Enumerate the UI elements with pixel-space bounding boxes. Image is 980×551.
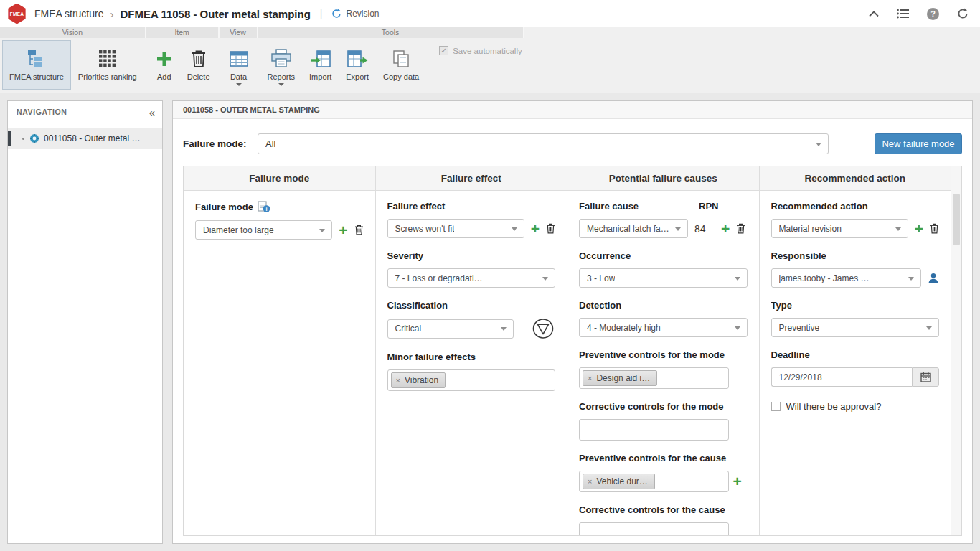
copy-data-button[interactable]: Copy data <box>376 40 426 90</box>
delete-recommended-action-icon[interactable] <box>930 223 939 234</box>
data-dropdown-caret-icon <box>236 83 242 86</box>
export-label: Export <box>346 72 369 81</box>
approval-checkbox[interactable] <box>771 402 781 411</box>
ribbon-group-view: View Data <box>220 27 258 93</box>
copy-data-label: Copy data <box>383 72 419 81</box>
tag-vehicle-durability-label: Vehicle dur… <box>596 476 647 486</box>
export-button[interactable]: Export <box>339 40 376 90</box>
add-failure-mode-icon[interactable]: + <box>339 224 347 237</box>
breadcrumb-divider: | <box>320 8 323 19</box>
fmea-structure-button[interactable]: FMEA structure <box>2 40 71 90</box>
ribbon-group-vision-buttons: FMEA structure Priorities ranking <box>0 38 146 93</box>
column-header-recommended-action: Recommended action <box>760 166 951 190</box>
top-bar-actions: ? <box>869 8 969 20</box>
note-info-icon[interactable]: i <box>258 201 270 213</box>
failure-effect-select[interactable]: Screws won't fit <box>387 219 524 238</box>
occurrence-select[interactable]: 3 - Low <box>579 268 748 288</box>
detection-select[interactable]: 4 - Moderately high <box>579 318 748 337</box>
add-label: Add <box>157 72 171 81</box>
add-preventive-control-icon[interactable]: + <box>733 475 742 488</box>
severity-select[interactable]: 7 - Loss or degradati… <box>387 268 556 288</box>
responsible-select-value: james.tooby - James … <box>779 273 870 283</box>
preventive-controls-cause-input[interactable]: × Vehicle dur… <box>579 471 729 492</box>
ribbon-group-tools-buttons: Reports Import Export Copy data <box>258 38 524 93</box>
recommended-action-select[interactable]: Material revision <box>771 219 908 238</box>
new-failure-mode-button[interactable]: New failure mode <box>875 133 962 154</box>
failure-mode-filter-row: Failure mode: All New failure mode <box>183 133 962 154</box>
column-header-potential-failure-causes: Potential failure causes <box>567 166 760 190</box>
detection-label: Detection <box>579 300 621 311</box>
import-button[interactable]: Import <box>302 40 339 90</box>
tree-expander-dot[interactable] <box>22 138 24 140</box>
responsible-label: Responsible <box>771 250 826 261</box>
priorities-ranking-label: Priorities ranking <box>78 72 137 81</box>
recommended-action-field-label: Recommended action <box>771 201 868 212</box>
corrective-controls-cause-input[interactable] <box>579 522 729 535</box>
failure-effect-field-label: Failure effect <box>387 201 446 212</box>
add-failure-cause-icon[interactable]: + <box>721 222 730 235</box>
delete-failure-cause-icon[interactable] <box>736 223 745 234</box>
save-automatically-checkbox[interactable]: ✓ <box>439 46 448 55</box>
breadcrumb-root[interactable]: FMEA structure <box>34 8 103 19</box>
workspace: NAVIGATION « 0011058 - Outer metal … 001… <box>0 93 980 551</box>
fmea-grid: Failure mode Failure effect Potential fa… <box>183 166 962 536</box>
minor-failure-effects-label: Minor failure effects <box>387 352 476 362</box>
column-header-failure-mode: Failure mode <box>184 166 376 190</box>
delete-failure-effect-icon[interactable] <box>546 223 555 234</box>
delete-button[interactable]: Delete <box>180 40 217 90</box>
panel-body: Failure mode: All New failure mode Failu… <box>173 119 972 543</box>
ribbon-group-view-buttons: Data <box>220 38 258 93</box>
fmea-structure-icon <box>26 46 47 71</box>
failure-mode-filter-label: Failure mode: <box>183 138 258 149</box>
data-icon <box>229 46 249 71</box>
ribbon-group-item: Item Add Delete <box>146 27 220 93</box>
breadcrumb-chevron-icon: › <box>110 8 113 20</box>
preventive-controls-mode-label: Preventive controls for the mode <box>579 349 725 360</box>
corrective-controls-mode-input[interactable] <box>579 419 729 441</box>
corrective-controls-cause-label: Corrective controls for the cause <box>579 504 725 515</box>
failure-effect-select-value: Screws won't fit <box>395 224 455 234</box>
responsible-select[interactable]: james.tooby - James … <box>771 268 922 288</box>
vertical-scrollbar[interactable] <box>951 166 961 535</box>
help-icon[interactable]: ? <box>927 8 939 20</box>
priorities-ranking-button[interactable]: Priorities ranking <box>71 40 144 90</box>
export-icon <box>347 46 368 71</box>
failure-cause-select[interactable]: Mechanical latch failure <box>579 219 688 238</box>
preventive-controls-mode-input[interactable]: × Design aid i… <box>579 367 729 389</box>
person-icon[interactable] <box>928 273 939 283</box>
tag-vibration: × Vibration <box>391 372 446 388</box>
calendar-button[interactable] <box>912 367 939 387</box>
failure-mode-select[interactable]: Diameter too large <box>195 220 332 240</box>
add-failure-effect-icon[interactable]: + <box>531 222 540 235</box>
tree-item-structure-root[interactable]: 0011058 - Outer metal … <box>8 128 162 149</box>
revision-link[interactable]: Revision <box>331 9 379 19</box>
deadline-input[interactable] <box>771 367 913 387</box>
collapse-sidebar-icon[interactable]: « <box>149 106 155 118</box>
failure-cause-select-value: Mechanical latch failure <box>587 224 670 234</box>
tag-remove-icon[interactable]: × <box>588 374 592 382</box>
tag-remove-icon[interactable]: × <box>396 376 400 385</box>
tag-remove-icon[interactable]: × <box>588 477 592 486</box>
reports-button[interactable]: Reports <box>260 40 303 90</box>
panel-title: 0011058 - OUTER METAL STAMPING <box>173 101 972 119</box>
tag-design-aid: × Design aid i… <box>583 370 657 386</box>
cell-failure-effect: Failure effect Screws won't fit + <box>376 191 568 535</box>
type-select[interactable]: Preventive <box>771 318 940 337</box>
data-menu-button[interactable]: Data <box>222 40 256 90</box>
scrollbar-thumb[interactable] <box>953 194 960 245</box>
ribbon-group-vision-label: Vision <box>0 27 146 38</box>
deadline-field <box>771 367 940 387</box>
list-icon[interactable] <box>897 9 909 19</box>
tag-design-aid-label: Design aid i… <box>596 373 650 383</box>
add-recommended-action-icon[interactable]: + <box>915 222 923 235</box>
revision-sync-icon <box>331 9 341 19</box>
delete-failure-mode-icon[interactable] <box>354 225 364 235</box>
critical-characteristic-symbol-icon <box>531 318 555 339</box>
add-button[interactable]: Add <box>149 40 180 90</box>
type-select-value: Preventive <box>779 323 820 333</box>
classification-select[interactable]: Critical <box>387 319 514 339</box>
refresh-icon[interactable] <box>957 8 969 19</box>
minor-failure-effects-input[interactable]: × Vibration <box>387 369 556 391</box>
collapse-up-icon[interactable] <box>869 11 879 17</box>
failure-mode-filter-select[interactable]: All <box>258 133 829 154</box>
